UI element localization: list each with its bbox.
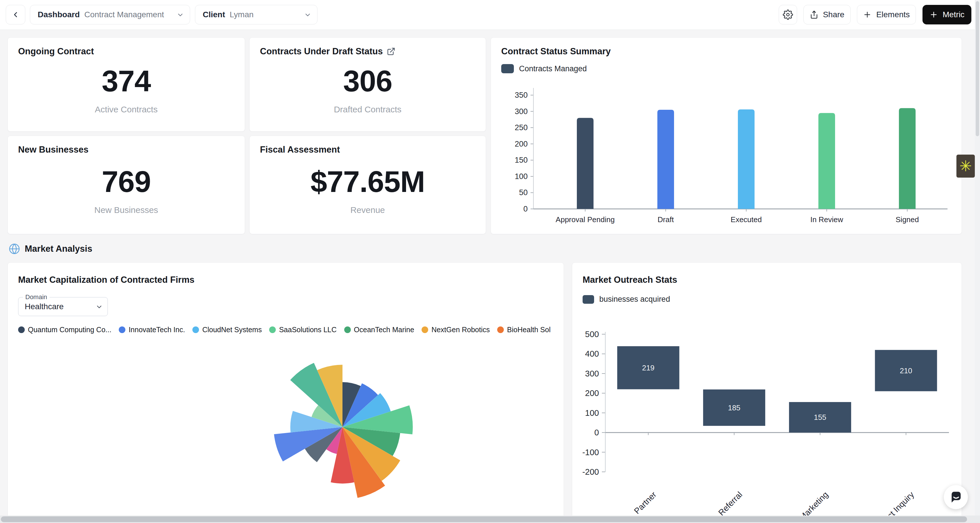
vertical-scrollbar[interactable] — [975, 0, 980, 523]
domain-select-label: Domain — [23, 293, 49, 301]
chevron-down-icon — [95, 303, 103, 311]
plus-icon — [929, 10, 938, 19]
legend-dot-icon — [344, 326, 351, 333]
svg-text:210: 210 — [900, 366, 912, 375]
metric-button-label: Metric — [943, 10, 964, 19]
chart-title: Contract Status Summary — [501, 46, 611, 57]
legend-item-label: Quantum Computing Co... — [28, 326, 111, 334]
svg-text:Signed: Signed — [896, 215, 919, 224]
contract-status-summary-card: Contract Status Summary Contracts Manage… — [491, 37, 962, 234]
legend-item[interactable]: Quantum Computing Co... — [18, 326, 111, 334]
legend-item[interactable]: SaaSolutions LLC — [269, 326, 336, 334]
vertical-scrollbar-thumb[interactable] — [976, 1, 979, 136]
settings-button[interactable] — [779, 5, 797, 24]
kpi-caption: Drafted Contracts — [334, 105, 401, 114]
svg-text:250: 250 — [515, 123, 528, 132]
chat-launcher-button[interactable] — [944, 485, 968, 509]
legend-dot-icon — [119, 326, 126, 333]
top-bar: Dashboard Contract Management Client Lym… — [0, 0, 980, 30]
kpi-caption: New Businesses — [94, 205, 158, 215]
legend-dot-icon — [422, 326, 428, 333]
share-icon — [810, 10, 818, 19]
legend-item-label: SaaSolutions LLC — [279, 326, 336, 334]
legend-item-label: InnovateTech Inc. — [129, 326, 185, 334]
horizontal-scrollbar[interactable] — [0, 515, 980, 523]
dashboard-select-label: Dashboard — [38, 10, 80, 19]
legend-label: Contracts Managed — [519, 64, 587, 73]
kpi-card-contracts-under-draft: Contracts Under Draft Status 306 Drafted… — [249, 37, 486, 132]
kpi-card-new-businesses: New Businesses 769 New Businesses — [8, 136, 245, 234]
svg-text:Direct Inquiry: Direct Inquiry — [875, 490, 916, 517]
legend-item[interactable]: NextGen Robotics — [422, 326, 490, 334]
legend-dot-icon — [497, 326, 504, 333]
globe-icon — [9, 243, 20, 255]
asterisk-logo-icon: ✳ — [959, 158, 972, 174]
chart-legend[interactable]: businesses acquired — [582, 295, 670, 304]
section-title: Market Analysis — [25, 244, 92, 254]
svg-text:350: 350 — [515, 91, 528, 100]
legend-label: businesses acquired — [599, 295, 670, 304]
legend-dot-icon — [192, 326, 199, 333]
svg-text:Referral: Referral — [717, 490, 744, 517]
chart-title: Market Capitalization of Contracted Firm… — [18, 275, 194, 285]
kpi-value: 769 — [102, 167, 151, 197]
svg-text:Draft: Draft — [658, 215, 674, 224]
market-cap-card: Market Capitalization of Contracted Firm… — [8, 262, 564, 523]
legend-item[interactable]: CloudNet Systems — [192, 326, 262, 334]
chart-legend[interactable]: Contracts Managed — [501, 64, 587, 73]
svg-text:185: 185 — [728, 403, 740, 412]
market-outreach-card: Market Outreach Stats businesses acquire… — [572, 262, 962, 523]
horizontal-scrollbar-thumb[interactable] — [1, 517, 967, 522]
market-cap-rose-chart[interactable] — [169, 338, 514, 516]
legend-item-label: BioHealth Sol — [507, 326, 550, 334]
legend-item-label: OceanTech Marine — [354, 326, 414, 334]
svg-text:400: 400 — [585, 349, 599, 358]
legend-item[interactable]: OceanTech Marine — [344, 326, 414, 334]
card-title: New Businesses — [18, 144, 89, 155]
svg-text:155: 155 — [814, 413, 826, 422]
svg-text:In Review: In Review — [810, 215, 843, 224]
svg-text:500: 500 — [585, 330, 599, 339]
legend-dot-icon — [269, 326, 276, 333]
legend-item[interactable]: BioHealth Sol — [497, 326, 550, 334]
domain-select-value: Healthcare — [25, 302, 64, 311]
chevron-left-icon — [11, 10, 20, 19]
share-button-label: Share — [823, 10, 845, 19]
kpi-card-fiscal-assessment: Fiscal Assessment $77.65M Revenue — [249, 136, 486, 234]
svg-text:0: 0 — [594, 428, 599, 437]
legend-item[interactable]: InnovateTech Inc. — [119, 326, 185, 334]
share-button[interactable]: Share — [803, 5, 851, 24]
svg-text:150: 150 — [515, 156, 528, 164]
outreach-waterfall-chart[interactable]: 5004003002001000-100-200219Partner185Ref… — [581, 327, 953, 517]
kpi-caption: Active Contracts — [95, 105, 158, 114]
add-metric-button[interactable]: Metric — [923, 5, 971, 24]
market-cap-legend: Quantum Computing Co...InnovateTech Inc.… — [18, 323, 555, 336]
side-panel-toggle[interactable]: ✳ — [956, 155, 975, 178]
gear-icon — [783, 10, 793, 20]
add-elements-button[interactable]: Elements — [857, 5, 916, 24]
svg-text:100: 100 — [585, 408, 599, 418]
svg-text:200: 200 — [515, 139, 528, 148]
back-button[interactable] — [6, 5, 25, 24]
svg-text:219: 219 — [642, 363, 654, 372]
kpi-value: 306 — [343, 66, 392, 96]
dashboard-select[interactable]: Dashboard Contract Management — [30, 5, 190, 24]
svg-text:0: 0 — [523, 204, 528, 213]
svg-text:300: 300 — [515, 107, 528, 116]
domain-select[interactable]: Domain Healthcare — [18, 297, 108, 316]
contract-status-bar-chart[interactable]: 050100150200250300350Approval PendingDra… — [499, 81, 953, 226]
legend-item-label: NextGen Robotics — [431, 326, 490, 334]
chevron-down-icon — [177, 11, 184, 19]
market-analysis-section-header: Market Analysis — [9, 243, 92, 255]
svg-text:Approval Pending: Approval Pending — [555, 215, 614, 224]
svg-text:-200: -200 — [582, 467, 599, 477]
client-select[interactable]: Client Lyman — [195, 5, 317, 24]
svg-text:Executed: Executed — [731, 215, 762, 224]
external-link-icon[interactable] — [387, 47, 395, 56]
plus-icon — [863, 10, 872, 19]
kpi-value: $77.65M — [310, 167, 425, 197]
card-title: Contracts Under Draft Status — [260, 46, 383, 57]
svg-text:Partner: Partner — [632, 490, 658, 515]
svg-text:Marketing: Marketing — [797, 490, 830, 517]
dashboard-select-value: Contract Management — [84, 10, 164, 19]
